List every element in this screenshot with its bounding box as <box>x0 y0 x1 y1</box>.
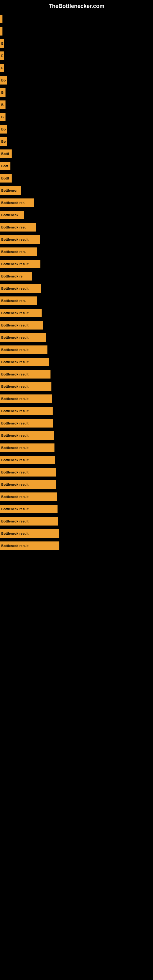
bar-row: Bottleneck result <box>0 431 153 441</box>
bar-11: Bottl <box>0 150 12 158</box>
bar-21: Bottleneck re <box>0 272 32 280</box>
bar-24: Bottleneck result <box>0 309 41 317</box>
bar-row: Bottleneck resu <box>0 296 153 305</box>
bar-row: Bottleneck result <box>0 504 153 514</box>
bar-6: B <box>0 88 5 97</box>
bar-row: Bottleneck result <box>0 406 153 416</box>
bar-33: Bottleneck result <box>0 419 53 428</box>
bar-row: Bottleneck result <box>0 357 153 367</box>
bar-row: Bottleneck result <box>0 394 153 404</box>
bar-35: Bottleneck result <box>0 444 54 452</box>
bar-22: Bottleneck result <box>0 284 41 293</box>
bar-18: Bottleneck result <box>0 235 40 244</box>
bar-12: Bott <box>0 162 10 170</box>
bar-label-43: Bottleneck result <box>1 544 29 547</box>
bar-34: Bottleneck result <box>0 431 54 440</box>
bar-label-12: Bott <box>1 164 8 168</box>
bar-label-9: Bo <box>1 127 6 131</box>
bar-row: Bottleneck result <box>0 541 153 550</box>
bar-23: Bottleneck resu <box>0 296 37 305</box>
bar-label-24: Bottleneck result <box>1 311 29 315</box>
bar-row: Bo <box>0 124 153 134</box>
bar-row: Bottleneck res <box>0 198 153 208</box>
bar-label-23: Bottleneck resu <box>1 299 27 302</box>
bar-label-6: B <box>1 91 4 94</box>
bar-9: Bo <box>0 125 7 134</box>
bar-label-26: Bottleneck result <box>1 336 29 339</box>
bar-row: Bottleneck result <box>0 235 153 244</box>
bar-label-5: Bo <box>1 78 6 82</box>
bar-label-29: Bottleneck result <box>1 372 29 376</box>
bar-30: Bottleneck result <box>0 382 51 391</box>
bar-label-27: Bottleneck result <box>1 348 29 352</box>
bar-row: Bottleneck re <box>0 271 153 281</box>
bar-row: Bott <box>0 161 153 171</box>
bar-label-36: Bottleneck result <box>1 458 29 462</box>
bar-28: Bottleneck result <box>0 358 49 366</box>
bar-label-10: Bo <box>1 140 6 143</box>
bar-2: E <box>0 39 4 48</box>
bar-row: Bottleneck result <box>0 492 153 502</box>
bar-row: Bottleneck <box>0 210 153 220</box>
bar-row: Bottleneck result <box>0 516 153 526</box>
bar-10: Bo <box>0 137 7 146</box>
bar-25: Bottleneck result <box>0 321 43 329</box>
bar-label-7: B <box>1 103 4 107</box>
bar-42: Bottleneck result <box>0 529 59 538</box>
bar-37: Bottleneck result <box>0 468 56 477</box>
bar-row <box>0 26 153 36</box>
bar-label-25: Bottleneck result <box>1 323 29 327</box>
bar-label-35: Bottleneck result <box>1 446 29 450</box>
bar-27: Bottleneck result <box>0 345 48 354</box>
bar-label-8: B <box>1 115 4 119</box>
bar-label-37: Bottleneck result <box>1 470 29 474</box>
bar-3: E <box>0 51 4 60</box>
bar-row: E <box>0 51 153 60</box>
bar-row: Bottleneck result <box>0 418 153 428</box>
bar-row: Bottleneck result <box>0 308 153 318</box>
site-title: TheBottlenecker.com <box>0 0 153 11</box>
bar-label-22: Bottleneck result <box>1 286 29 290</box>
bars-container: EEEBoBBBBoBoBottlBottBottlBottlenecBottl… <box>0 11 153 553</box>
bar-13: Bottl <box>0 174 12 183</box>
bar-label-18: Bottleneck result <box>1 238 29 241</box>
bar-label-39: Bottleneck result <box>1 495 29 499</box>
bar-label-11: Bottl <box>1 152 9 156</box>
bar-label-40: Bottleneck result <box>1 507 29 511</box>
bar-29: Bottleneck result <box>0 370 51 379</box>
bar-label-30: Bottleneck result <box>1 385 29 388</box>
bar-label-21: Bottleneck re <box>1 274 22 278</box>
bar-row: Bottleneck resu <box>0 222 153 232</box>
bar-label-2: E <box>1 41 3 45</box>
bar-label-3: E <box>1 54 3 57</box>
bar-26: Bottleneck result <box>0 333 46 342</box>
bar-row: Bottleneck result <box>0 480 153 489</box>
bar-row: Bottleneck result <box>0 443 153 453</box>
bar-row: Bottl <box>0 173 153 183</box>
bar-label-28: Bottleneck result <box>1 360 29 364</box>
bar-36: Bottleneck result <box>0 456 55 464</box>
bar-label-20: Bottleneck result <box>1 262 29 266</box>
bar-20: Bottleneck result <box>0 260 40 268</box>
bar-row: B <box>0 112 153 122</box>
bar-38: Bottleneck result <box>0 480 56 489</box>
bar-row: Bo <box>0 137 153 146</box>
bar-row: Bottleneck result <box>0 345 153 355</box>
bar-label-14: Bottlenec <box>1 189 16 192</box>
bar-row: Bottleneck result <box>0 320 153 330</box>
bar-label-34: Bottleneck result <box>1 434 29 438</box>
bar-31: Bottleneck result <box>0 395 52 403</box>
bar-5: Bo <box>0 76 7 84</box>
bar-row: Bottleneck result <box>0 455 153 465</box>
bar-row <box>0 14 153 24</box>
bar-row: B <box>0 100 153 110</box>
bar-label-33: Bottleneck result <box>1 422 29 425</box>
bar-row: Bottleneck result <box>0 382 153 391</box>
bar-16: Bottleneck <box>0 211 24 219</box>
bar-1 <box>0 27 2 35</box>
bar-row: Bottleneck result <box>0 528 153 538</box>
bar-label-31: Bottleneck result <box>1 397 29 401</box>
bar-label-13: Bottl <box>1 177 9 180</box>
bar-row: Bottlenec <box>0 186 153 196</box>
bar-14: Bottlenec <box>0 186 21 195</box>
